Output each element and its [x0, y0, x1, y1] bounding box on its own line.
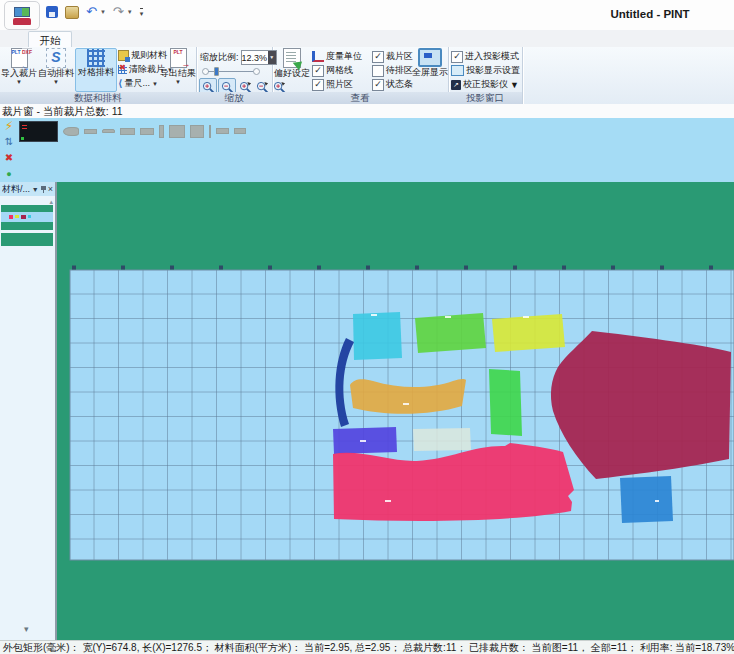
panel-close-icon[interactable]: × — [48, 184, 53, 194]
save-icon[interactable] — [46, 6, 58, 18]
material-item-preview[interactable] — [1, 205, 53, 230]
piece-thumbnail[interactable] — [159, 125, 164, 138]
export-result-button[interactable]: PLT → 导出结果 ▼ — [160, 48, 196, 85]
view-checkbox-column-2: ✓ 裁片区 待排区 ✓ 状态条 — [372, 50, 413, 91]
panel-scroll-down-icon[interactable]: ▾ — [24, 624, 29, 634]
enter-projection-checkbox-row[interactable]: ✓ 进入投影模式 — [451, 50, 520, 63]
tab-start[interactable]: 开始 — [28, 31, 72, 48]
panel-pin-icon[interactable] — [41, 186, 46, 193]
unit-icon — [312, 51, 324, 62]
selected-piece-thumbnail[interactable] — [19, 121, 58, 142]
clear-pieces-icon — [118, 65, 127, 74]
customize-toolbar-icon[interactable]: ▾ — [140, 8, 144, 17]
piece-thumbnail[interactable] — [169, 125, 185, 138]
sort-pieces-icon[interactable]: ⇅ — [5, 136, 13, 148]
undo-icon[interactable]: ↶ — [86, 6, 97, 18]
material-panel-header: 材料/... ▼ × — [0, 182, 55, 196]
piece-thumbnail[interactable] — [63, 127, 79, 136]
group-projection: ✓ 进入投影模式 投影显示设置 ↗ 校正投影仪 ▼ 投影窗口 — [448, 47, 523, 104]
piece-thumbnail[interactable] — [140, 128, 154, 135]
measure-dropdown-icon[interactable]: ▼ — [152, 81, 158, 87]
status-bar-checkbox-row[interactable]: ✓ 状态条 — [372, 78, 413, 91]
piece-thumbnail[interactable] — [209, 125, 211, 138]
main-area: 材料/... ▼ × ▴ ▾ — [0, 182, 734, 640]
grid-nest-icon — [87, 49, 105, 67]
piece-cyan-rect[interactable] — [353, 312, 402, 360]
zoom-slider-thumb[interactable] — [214, 67, 219, 76]
group-label-projection: 投影窗口 — [448, 92, 522, 104]
status-bar-checkbox[interactable]: ✓ — [372, 79, 384, 91]
redo-dropdown-icon[interactable]: ▼ — [127, 9, 133, 15]
pieces-window-title: 裁片窗 - 当前裁片总数: 11 — [0, 104, 734, 118]
piece-thumbnail[interactable] — [120, 128, 135, 135]
piece-thumbnail[interactable] — [216, 128, 229, 134]
app-logo-icon-base — [13, 18, 31, 25]
title-bar: ↶▼ ↷▼ ▾ Untitled - PINT — [0, 0, 734, 31]
undo-dropdown-icon[interactable]: ▼ — [100, 9, 106, 15]
app-menu-button[interactable] — [4, 1, 40, 30]
piece-thumbnail[interactable] — [190, 125, 204, 138]
auto-nest-icon: S — [46, 48, 66, 68]
unit-button[interactable]: 度量单位 — [312, 50, 362, 63]
material-panel: 材料/... ▼ × ▴ ▾ — [0, 182, 57, 640]
flash-nest-icon[interactable]: ⚡ — [5, 120, 13, 132]
nesting-canvas[interactable] — [55, 182, 734, 640]
piece-thumbnail[interactable] — [84, 129, 97, 134]
projection-display-settings-icon — [451, 65, 464, 76]
export-dropdown-icon[interactable]: ▼ — [175, 79, 181, 85]
grid-lines-checkbox-row[interactable]: ✓ 网格线 — [312, 64, 362, 77]
grid-nest-label: 对格排料 — [78, 67, 114, 78]
import-pieces-icon: PLT DXF → — [11, 48, 28, 68]
piece-maroon-pant[interactable] — [551, 331, 731, 479]
photo-area-checkbox[interactable]: ✓ — [312, 79, 324, 91]
pieces-toolbar: ⚡ ⇅ ✖ ● — [0, 120, 18, 180]
zoom-slider[interactable] — [202, 67, 260, 77]
group-zoom: 缩放比例: 12.3% ▼ — [196, 47, 273, 104]
piece-area-checkbox[interactable]: ✓ — [372, 51, 384, 63]
pending-area-checkbox[interactable] — [372, 65, 384, 77]
photo-area-checkbox-row[interactable]: ✓ 照片区 — [312, 78, 362, 91]
calibrate-projector-icon: ↗ — [451, 80, 461, 90]
import-dropdown-icon[interactable]: ▼ — [16, 79, 22, 85]
piece-blue-square[interactable] — [620, 476, 673, 523]
material-item-sheet — [1, 212, 53, 222]
group-view: 偏好设定 度量单位 ✓ 网格线 ✓ 照片区 ✓ 裁片区 — [272, 47, 449, 104]
piece-thumbnails — [19, 121, 246, 141]
piece-yellow-rect[interactable] — [492, 314, 565, 352]
template-icon[interactable] — [65, 6, 79, 19]
full-screen-button[interactable]: 全屏显示 — [413, 48, 447, 78]
status-bar: 外包矩形(毫米)： 宽(Y)=674.8, 长(X)=1276.5； 材料面积(… — [0, 640, 734, 654]
panel-dropdown-icon[interactable]: ▼ — [32, 186, 39, 193]
calibrate-projector-button[interactable]: ↗ 校正投影仪 ▼ — [451, 78, 520, 91]
import-pieces-button[interactable]: PLT DXF → 导入裁片 ▼ — [1, 48, 37, 85]
app-logo-icon — [14, 7, 30, 17]
delete-piece-icon[interactable]: ✖ — [5, 152, 13, 164]
calibrate-dropdown-icon[interactable]: ▼ — [510, 80, 519, 90]
piece-white-rect[interactable] — [413, 428, 471, 451]
piece-green-vertical-rect[interactable] — [489, 369, 522, 436]
auto-nest-button[interactable]: S 自动排料 ▼ — [38, 48, 74, 85]
enter-projection-checkbox[interactable]: ✓ — [451, 51, 463, 63]
quick-access-toolbar: ↶▼ ↷▼ ▾ — [46, 4, 143, 20]
pending-area-checkbox-row[interactable]: 待排区 — [372, 64, 413, 77]
piece-thumbnail[interactable] — [234, 128, 246, 134]
full-screen-icon — [418, 48, 442, 67]
redo-icon[interactable]: ↷ — [113, 6, 124, 18]
view-checkbox-column-1: 度量单位 ✓ 网格线 ✓ 照片区 — [312, 50, 362, 91]
piece-green-rect[interactable] — [415, 313, 486, 353]
zoom-ratio-value: 12.3% — [242, 53, 269, 63]
material-item-2[interactable] — [1, 233, 53, 246]
group-label-data-nesting: 数据和排料 — [0, 92, 196, 104]
piece-thumbnail[interactable] — [102, 129, 115, 133]
pick-piece-icon[interactable]: ● — [6, 168, 11, 180]
zoom-ratio-label: 缩放比例: — [200, 51, 239, 64]
ribbon: PLT DXF → 导入裁片 ▼ S 自动排料 ▼ 对格排料 规则材料 — [0, 47, 734, 106]
pieces-window-strip: ⚡ ⇅ ✖ ● — [0, 118, 734, 182]
grid-lines-checkbox[interactable]: ✓ — [312, 65, 324, 77]
piece-area-checkbox-row[interactable]: ✓ 裁片区 — [372, 50, 413, 63]
preferences-button[interactable]: 偏好设定 — [274, 48, 310, 79]
auto-nest-dropdown-icon[interactable]: ▼ — [53, 79, 59, 85]
projection-display-settings-button[interactable]: 投影显示设置 — [451, 64, 520, 77]
preferences-label: 偏好设定 — [274, 68, 310, 79]
grid-nest-button[interactable]: 对格排料 — [75, 48, 117, 92]
